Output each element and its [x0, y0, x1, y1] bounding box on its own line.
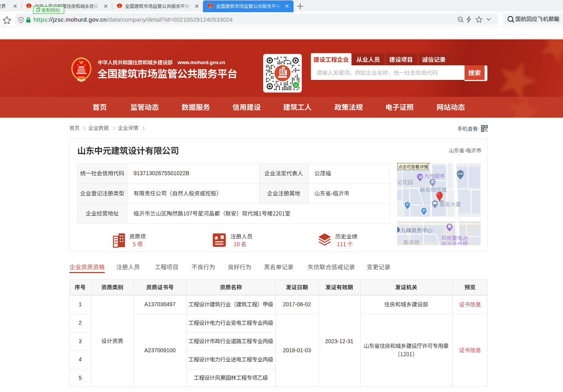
- svg-text:P: P: [423, 209, 425, 213]
- svg-text:P: P: [406, 203, 409, 207]
